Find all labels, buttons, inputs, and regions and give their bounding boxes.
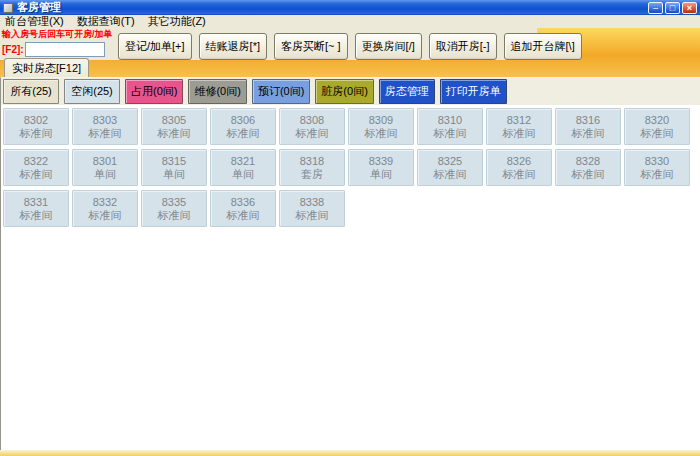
room-button-8305[interactable]: 8305标准间 bbox=[141, 108, 207, 145]
room-type: 标准间 bbox=[434, 168, 467, 181]
room-number: 8316 bbox=[576, 114, 600, 127]
filter-vacant-button[interactable]: 空闲(25) bbox=[64, 79, 120, 104]
room-status-page: 所有(25)空闲(25)占用(0间)维修(0间)预订(0间)脏房(0间)房态管理… bbox=[0, 77, 700, 450]
room-button-8320[interactable]: 8320标准间 bbox=[624, 108, 690, 145]
app-window: 客房管理 – □ × 前台管理(X)数据查询(T)其它功能(Z) 输入房号后回车… bbox=[0, 0, 700, 456]
room-type: 单间 bbox=[94, 168, 116, 181]
title-bar: 客房管理 – □ × bbox=[0, 0, 700, 15]
room-button-8312[interactable]: 8312标准间 bbox=[486, 108, 552, 145]
menu-other-functions[interactable]: 其它功能(Z) bbox=[148, 15, 206, 28]
room-button-8335[interactable]: 8335标准间 bbox=[141, 190, 207, 227]
room-button-8308[interactable]: 8308标准间 bbox=[279, 108, 345, 145]
room-row: 8302标准间8303标准间8305标准间8306标准间8308标准间8309标… bbox=[3, 108, 700, 145]
room-number: 8328 bbox=[576, 155, 600, 168]
room-number: 8321 bbox=[231, 155, 255, 168]
room-number: 8336 bbox=[231, 196, 255, 209]
window-title: 客房管理 bbox=[17, 0, 648, 15]
room-number: 8305 bbox=[162, 114, 186, 127]
room-button-8306[interactable]: 8306标准间 bbox=[210, 108, 276, 145]
room-button-8325[interactable]: 8325标准间 bbox=[417, 149, 483, 186]
room-type: 套房 bbox=[301, 168, 323, 181]
checkin-add-order-button[interactable]: 登记/加单[+] bbox=[118, 33, 192, 60]
room-type: 单间 bbox=[232, 168, 254, 181]
restore-icon[interactable]: □ bbox=[665, 2, 680, 14]
room-number: 8339 bbox=[369, 155, 393, 168]
minimize-icon[interactable]: – bbox=[648, 2, 663, 14]
room-type: 标准间 bbox=[20, 209, 53, 222]
change-room-button[interactable]: 更换房间[/] bbox=[355, 33, 422, 60]
room-type: 标准间 bbox=[296, 127, 329, 140]
checkout-settle-button[interactable]: 结账退房[*] bbox=[199, 33, 267, 60]
room-button-8330[interactable]: 8330标准间 bbox=[624, 149, 690, 186]
menu-front-desk[interactable]: 前台管理(X) bbox=[5, 15, 64, 28]
room-button-8310[interactable]: 8310标准间 bbox=[417, 108, 483, 145]
filter-bar: 所有(25)空闲(25)占用(0间)维修(0间)预订(0间)脏房(0间)房态管理… bbox=[1, 78, 700, 105]
room-row: 8322标准间8301单间8315单间8321单间8318套房8339单间832… bbox=[3, 149, 700, 186]
filter-all-button[interactable]: 所有(25) bbox=[3, 79, 59, 104]
tab-realtime-room-status[interactable]: 实时房态[F12] bbox=[4, 58, 89, 77]
room-type: 标准间 bbox=[434, 127, 467, 140]
room-button-8302[interactable]: 8302标准间 bbox=[3, 108, 69, 145]
room-type: 单间 bbox=[163, 168, 185, 181]
room-number: 8308 bbox=[300, 114, 324, 127]
filter-maintenance-button[interactable]: 维修(0间) bbox=[188, 79, 246, 104]
toolbar-band: 输入房号后回车可开房/加单 [F2]: 登记/加单[+]结账退房[*]客房买断[… bbox=[0, 28, 700, 77]
menu-data-query[interactable]: 数据查询(T) bbox=[77, 15, 135, 28]
room-button-8303[interactable]: 8303标准间 bbox=[72, 108, 138, 145]
room-buyout-button[interactable]: 客房买断[~ ] bbox=[274, 33, 348, 60]
room-type: 标准间 bbox=[158, 209, 191, 222]
room-row: 8331标准间8332标准间8335标准间8336标准间8338标准间 bbox=[3, 190, 700, 227]
room-number: 8335 bbox=[162, 196, 186, 209]
close-icon[interactable]: × bbox=[682, 2, 697, 14]
room-button-8309[interactable]: 8309标准间 bbox=[348, 108, 414, 145]
room-number: 8303 bbox=[93, 114, 117, 127]
room-number: 8309 bbox=[369, 114, 393, 127]
toolbar: 输入房号后回车可开房/加单 [F2]: 登记/加单[+]结账退房[*]客房买断[… bbox=[0, 28, 537, 60]
room-button-8339[interactable]: 8339单间 bbox=[348, 149, 414, 186]
menu-bar: 前台管理(X)数据查询(T)其它功能(Z) bbox=[0, 15, 700, 28]
room-type: 标准间 bbox=[89, 127, 122, 140]
room-button-8321[interactable]: 8321单间 bbox=[210, 149, 276, 186]
room-type: 标准间 bbox=[227, 209, 260, 222]
room-type: 标准间 bbox=[503, 127, 536, 140]
room-button-8332[interactable]: 8332标准间 bbox=[72, 190, 138, 227]
room-number: 8326 bbox=[507, 155, 531, 168]
room-number: 8330 bbox=[645, 155, 669, 168]
room-button-8318[interactable]: 8318套房 bbox=[279, 149, 345, 186]
room-button-8315[interactable]: 8315单间 bbox=[141, 149, 207, 186]
room-type: 标准间 bbox=[641, 168, 674, 181]
room-button-8331[interactable]: 8331标准间 bbox=[3, 190, 69, 227]
filter-occupied-button[interactable]: 占用(0间) bbox=[125, 79, 183, 104]
room-number: 8338 bbox=[300, 196, 324, 209]
room-type: 标准间 bbox=[641, 127, 674, 140]
toolbar-buttons: 登记/加单[+]结账退房[*]客房买断[~ ]更换房间[/]取消开房[-]追加开… bbox=[118, 33, 582, 60]
room-button-8328[interactable]: 8328标准间 bbox=[555, 149, 621, 186]
room-entry-hint: 输入房号后回车可开房/加单 bbox=[2, 29, 115, 40]
print-checkin-sheet-button[interactable]: 打印开房单 bbox=[440, 79, 507, 104]
room-number: 8318 bbox=[300, 155, 324, 168]
room-button-8301[interactable]: 8301单间 bbox=[72, 149, 138, 186]
room-button-8338[interactable]: 8338标准间 bbox=[279, 190, 345, 227]
room-button-8336[interactable]: 8336标准间 bbox=[210, 190, 276, 227]
room-number: 8332 bbox=[93, 196, 117, 209]
room-number: 8302 bbox=[24, 114, 48, 127]
room-entry-shortcut-label: [F2]: bbox=[2, 44, 24, 55]
room-button-8326[interactable]: 8326标准间 bbox=[486, 149, 552, 186]
room-type: 标准间 bbox=[572, 127, 605, 140]
cancel-checkin-button[interactable]: 取消开房[-] bbox=[429, 33, 497, 60]
room-number: 8320 bbox=[645, 114, 669, 127]
room-number: 8310 bbox=[438, 114, 462, 127]
filter-dirty-button[interactable]: 脏房(0间) bbox=[315, 79, 373, 104]
room-number-input[interactable] bbox=[25, 42, 105, 57]
window-controls: – □ × bbox=[648, 2, 697, 14]
room-button-8316[interactable]: 8316标准间 bbox=[555, 108, 621, 145]
room-type: 标准间 bbox=[296, 209, 329, 222]
room-status-manage-button[interactable]: 房态管理 bbox=[379, 79, 435, 104]
add-table-card-button[interactable]: 追加开台牌[\] bbox=[504, 33, 582, 60]
room-button-8322[interactable]: 8322标准间 bbox=[3, 149, 69, 186]
filter-reserved-button[interactable]: 预订(0间) bbox=[252, 79, 310, 104]
room-type: 标准间 bbox=[89, 209, 122, 222]
room-type: 标准间 bbox=[572, 168, 605, 181]
tab-strip: 实时房态[F12] bbox=[4, 58, 89, 77]
room-type: 标准间 bbox=[503, 168, 536, 181]
